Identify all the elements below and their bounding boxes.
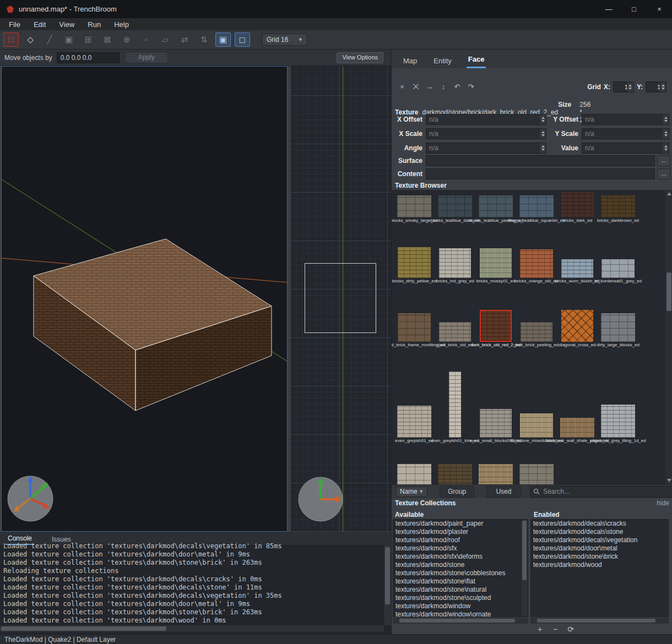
attr-input[interactable]: [426, 143, 546, 154]
texture-item[interactable]: bricks_darkbrown_ed: [598, 190, 638, 224]
spinner[interactable]: [663, 114, 669, 124]
scrollbar-thumb[interactable]: [1, 626, 166, 631]
scrollbar-thumb[interactable]: [537, 619, 655, 623]
rotate-texture-ccw-icon[interactable]: ↶: [451, 81, 463, 92]
spin-up-icon[interactable]: [664, 131, 668, 133]
collection-item[interactable]: textures/darkmod/decals\stone: [531, 528, 668, 536]
collection-item[interactable]: textures/darkmod/window: [393, 602, 528, 610]
content-more-button[interactable]: ...: [657, 168, 670, 179]
attr-input[interactable]: [426, 128, 546, 139]
collection-item[interactable]: textures/darkmod/stone\cobblestones: [393, 569, 528, 577]
flip-texture-x-icon[interactable]: ↔: [424, 81, 436, 92]
texture-item[interactable]: plainbrick_grey_tiling_1d_ed: [598, 372, 638, 444]
collection-item[interactable]: textures/darkmod/wood: [531, 561, 668, 569]
group-toggle[interactable]: Group: [440, 486, 474, 498]
spinner[interactable]: [627, 82, 633, 92]
enabled-horizontal-scrollbar[interactable]: [530, 618, 669, 624]
texture-browser[interactable]: blocks_smoky_large_edblocks_tealblue_dar…: [392, 190, 672, 484]
rotate-texture-cw-icon[interactable]: ↷: [465, 81, 477, 92]
collection-item[interactable]: textures/darkmod/sfx\deforms: [393, 553, 528, 561]
texture-item[interactable]: bricks_mossy01_ed: [475, 245, 516, 285]
collection-item[interactable]: textures/darkmod/stone: [393, 561, 528, 569]
brush-outline-2d[interactable]: [305, 263, 376, 333]
spinner[interactable]: [663, 129, 669, 139]
menu-help[interactable]: Help: [107, 19, 136, 30]
surface-more-button[interactable]: ...: [657, 155, 670, 166]
attr-input[interactable]: [582, 128, 669, 139]
grid-size-select[interactable]: Grid 16 ▼: [262, 34, 307, 46]
console-horizontal-scrollbar[interactable]: [0, 625, 384, 632]
content-input[interactable]: [426, 168, 655, 179]
texture-item[interactable]: fieldstone_wall_shale_edges_ed: [557, 372, 598, 444]
search-field[interactable]: [530, 486, 672, 498]
edge-tool-icon[interactable]: ⊞: [80, 32, 96, 47]
texture-browser-scrollbar[interactable]: [665, 190, 672, 484]
texture-item[interactable]: even_small_blocks001_ed: [475, 372, 516, 444]
add-collection-button[interactable]: +: [535, 624, 545, 634]
spin-down-icon[interactable]: [664, 120, 668, 122]
title-bar[interactable]: unnamed.map* - TrenchBroom — □ ×: [0, 0, 672, 18]
texture-item[interactable]: [394, 460, 435, 484]
available-horizontal-scrollbar[interactable]: [393, 618, 528, 624]
spin-down-icon[interactable]: [541, 120, 545, 122]
hide-link[interactable]: hide: [657, 499, 669, 507]
view-options-button[interactable]: View Options: [337, 52, 383, 63]
collection-item[interactable]: textures/darkmod/stone\flat: [393, 577, 528, 586]
spin-up-icon[interactable]: [541, 145, 545, 148]
collection-item[interactable]: textures/darkmod/sfx: [393, 544, 528, 553]
rotate-tool-icon[interactable]: ⊕: [119, 32, 134, 47]
tab-face[interactable]: Face: [467, 52, 486, 68]
attr-input[interactable]: [582, 114, 669, 125]
texture-item[interactable]: [516, 460, 557, 484]
texture-item[interactable]: [475, 460, 516, 484]
scale-tool-icon[interactable]: ▫: [138, 32, 154, 47]
minimize-button[interactable]: —: [596, 0, 621, 18]
surface-input[interactable]: [426, 155, 655, 166]
menu-file[interactable]: File: [2, 19, 27, 30]
scrollbar-thumb[interactable]: [522, 521, 527, 580]
enabled-collections-list[interactable]: textures/darkmod/decals\crackstextures/d…: [530, 519, 669, 617]
spinner[interactable]: [660, 82, 666, 92]
menu-edit[interactable]: Edit: [27, 19, 52, 30]
spin-down-icon[interactable]: [628, 88, 632, 90]
close-button[interactable]: ×: [647, 0, 672, 18]
collection-item[interactable]: textures/darkmod/stone\sculpted: [393, 594, 528, 602]
face-tool-icon[interactable]: ⊠: [100, 32, 115, 47]
remove-collection-button[interactable]: −: [550, 624, 560, 634]
texture-item[interactable]: fieldstone_mixedcolors_ed: [516, 372, 557, 444]
spinner[interactable]: [663, 143, 669, 153]
move-objects-input[interactable]: [57, 52, 120, 63]
texture-item[interactable]: bt_borderwall1_grey_ed: [598, 245, 638, 285]
texture-item[interactable]: bricks_dark_ed: [557, 190, 598, 224]
texture-item[interactable]: soled_brick_frame_nontiling_ed: [394, 307, 435, 348]
spin-up-icon[interactable]: [664, 117, 668, 119]
viewport-2d[interactable]: [290, 66, 391, 532]
texture-lock-icon[interactable]: ▣: [215, 32, 231, 47]
flip-texture-y-icon[interactable]: ↕: [437, 81, 449, 92]
menu-view[interactable]: View: [52, 19, 81, 30]
flip-vertical-icon[interactable]: ⇅: [196, 32, 212, 47]
spin-up-icon[interactable]: [541, 131, 545, 133]
scrollbar-thumb[interactable]: [666, 272, 671, 311]
menu-run[interactable]: Run: [81, 19, 107, 30]
spinner[interactable]: [540, 143, 546, 153]
collection-item[interactable]: textures/darkmod/plaster: [393, 528, 528, 536]
scroll-down-icon[interactable]: [667, 479, 671, 482]
texture-item[interactable]: dark_brick_old_red_2_ed: [475, 307, 516, 348]
available-collections-list[interactable]: textures/darkmod/paint_papertextures/dar…: [393, 519, 528, 617]
sort-by-select[interactable]: Name ▼: [396, 487, 427, 497]
collection-item[interactable]: textures/darkmod/roof: [393, 536, 528, 544]
tab-map[interactable]: Map: [402, 53, 419, 68]
scroll-up-icon[interactable]: [667, 192, 671, 195]
flip-horizontal-icon[interactable]: ⇄: [177, 32, 192, 47]
scrollbar-thumb[interactable]: [399, 619, 515, 623]
tab-entity[interactable]: Entity: [432, 53, 453, 68]
spin-down-icon[interactable]: [541, 134, 545, 137]
collection-item[interactable]: textures/darkmod/door\metal: [531, 544, 668, 553]
texture-item[interactable]: bricks_dirty_yellow_ed: [394, 245, 435, 285]
spin-down-icon[interactable]: [664, 134, 668, 137]
spin-up-icon[interactable]: [541, 117, 545, 119]
collection-item[interactable]: textures/darkmod/stone\natural: [393, 586, 528, 594]
reset-uv-icon[interactable]: ×: [396, 81, 408, 92]
available-scrollbar[interactable]: [522, 520, 528, 616]
